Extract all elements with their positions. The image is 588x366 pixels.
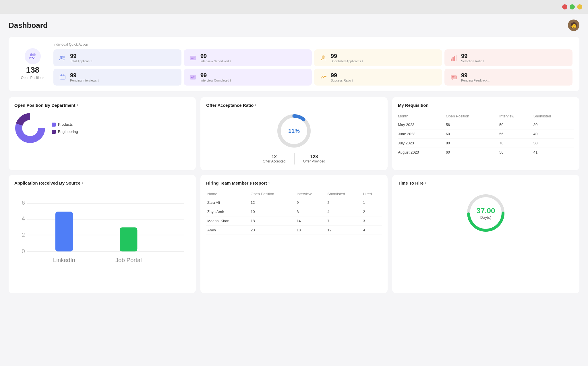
svg-text:Job Portal: Job Portal [115,257,142,263]
stat-pending-interviews[interactable]: 99 Pending Interviews ℹ [53,69,181,86]
svg-rect-14 [63,74,64,76]
offer-pct: 11% [288,128,300,134]
team-open: 12 [249,198,295,207]
success-ratio-info-icon[interactable]: ℹ [352,79,353,82]
svg-rect-18 [452,76,454,77]
offer-divider [294,153,295,164]
svg-rect-13 [61,74,62,76]
stat-total-applicant[interactable]: 99 Total Applicant ℹ [53,49,181,66]
req-interview: 56 [499,129,533,139]
svg-rect-5 [191,57,195,57]
interview-completed-info-icon[interactable]: ℹ [230,79,231,82]
team-open: 10 [249,207,295,216]
offer-provided-stat: 123 Offer Provided [303,154,325,163]
selection-ratio-icon [449,55,458,61]
my-requisition-card: My Requisition Month Open Position Inter… [392,97,579,170]
app-source-info-icon[interactable]: ℹ [82,181,83,185]
req-table-header: Month Open Position Interview Shortliste… [398,112,574,120]
req-shortlisted: 30 [533,120,574,129]
team-hired: 2 [362,207,382,216]
selection-ratio-info-icon[interactable]: ℹ [483,60,484,63]
offer-stats: 12 Offer Accepted 123 Offer Provided [263,153,325,164]
stats-row-1: 99 Total Applicant ℹ [53,49,572,66]
team-hired: 1 [362,198,382,207]
svg-rect-17 [451,75,457,79]
team-name: Amin [206,226,249,235]
shortlisted-info-icon[interactable]: ℹ [362,60,363,63]
req-interview: 50 [499,120,533,129]
maximize-btn[interactable] [577,4,582,9]
tth-label: Day(s) [476,215,495,220]
team-hired: 4 [362,226,382,235]
pending-feedback-label: Pending Feedback ℹ [461,79,490,82]
open-position-dept-card: Open Position By Department ℹ [9,97,196,170]
stats-row-2: 99 Pending Interviews ℹ [53,69,572,86]
pending-feedback-info-icon[interactable]: ℹ [488,79,490,82]
open-position-info-icon[interactable]: ℹ [43,76,45,80]
req-shortlisted: 40 [533,129,574,139]
total-applicant-info-icon[interactable]: ℹ [91,60,92,63]
team-table-row: Meenal Khan 18 14 7 3 [206,216,382,226]
stat-interview-completed[interactable]: 99 Interview Completed ℹ [184,69,312,86]
team-shortlisted: 2 [326,198,362,207]
donut-area: Products Engineering [14,112,190,144]
tth-center: 37.00 Day(s) [398,190,574,236]
tth-info-icon[interactable]: ℹ [425,181,426,185]
success-ratio-label: Success Ratio ℹ [331,79,353,82]
pending-interviews-info-icon[interactable]: ℹ [98,79,99,82]
req-col-month: Month [398,112,446,120]
svg-rect-9 [452,57,454,61]
stat-interview-scheduled[interactable]: 99 Interview Scheduled ℹ [184,49,312,66]
team-shortlisted: 4 [326,207,362,216]
avatar[interactable]: 🧑 [568,20,579,31]
team-shortlisted: 12 [326,226,362,235]
bottom-grid-row1: Open Position By Department ℹ [9,97,579,170]
stat-success-ratio[interactable]: 99 Success Ratio ℹ [314,69,442,86]
total-applicant-label: Total Applicant ℹ [70,59,92,63]
stat-pending-feedback[interactable]: 99 Pending Feedback ℹ [444,69,572,86]
interview-scheduled-num: 99 [200,53,231,59]
svg-point-22 [24,122,36,134]
total-applicant-icon [58,55,67,61]
req-month: July 2023 [398,139,446,148]
svg-text:LinkedIn: LinkedIn [53,257,75,263]
stat-selection-ratio[interactable]: 99 Selection Ratio ℹ [444,49,572,66]
svg-point-7 [322,55,325,58]
svg-point-2 [60,56,63,58]
close-btn[interactable] [562,4,567,9]
req-month: May 2023 [398,120,446,129]
app-source-card: Application Received By Source ℹ 6 4 2 0 [9,175,196,293]
hiring-team-info-icon[interactable]: ℹ [268,181,270,185]
req-col-open: Open Position [446,112,499,120]
team-hired: 3 [362,216,382,226]
products-color [52,123,56,127]
my-requisition-title: My Requisition [398,103,574,108]
req-table-row: May 2023 56 50 30 [398,120,574,129]
stats-grid: Individual Quick Action 99 [53,42,572,86]
header: Dashboard 🧑 [9,20,579,31]
pending-interviews-info: 99 Pending Interviews ℹ [70,72,99,82]
minimize-btn[interactable] [570,4,575,9]
svg-point-3 [63,56,65,58]
interview-scheduled-info-icon[interactable]: ℹ [230,60,231,63]
quick-action-label: Individual Quick Action [53,42,572,47]
team-shortlisted: 7 [326,216,362,226]
bar-chart-svg: 6 4 2 0 LinkedIn Job Portal [14,193,190,286]
tth-ring: 37.00 Day(s) [464,191,507,235]
req-month: August 2023 [398,148,446,157]
interview-scheduled-icon [188,55,198,61]
app-source-title: Application Received By Source ℹ [14,181,190,185]
dept-info-icon[interactable]: ℹ [77,104,78,107]
team-open: 18 [249,216,295,226]
offer-info-icon[interactable]: ℹ [255,104,256,107]
team-col-shortlisted: Shortlisted [326,190,362,198]
req-interview: 56 [499,148,533,157]
pending-feedback-info: 99 Pending Feedback ℹ [461,72,490,82]
stat-shortlisted[interactable]: 99 Shortlisted Applicants ℹ [314,49,442,66]
svg-text:4: 4 [22,215,25,222]
interview-completed-num: 99 [200,72,231,79]
team-interview: 8 [295,207,326,216]
bar-chart-area: 6 4 2 0 LinkedIn Job Portal [14,190,190,288]
pending-feedback-num: 99 [461,72,490,79]
req-open: 60 [446,148,499,157]
